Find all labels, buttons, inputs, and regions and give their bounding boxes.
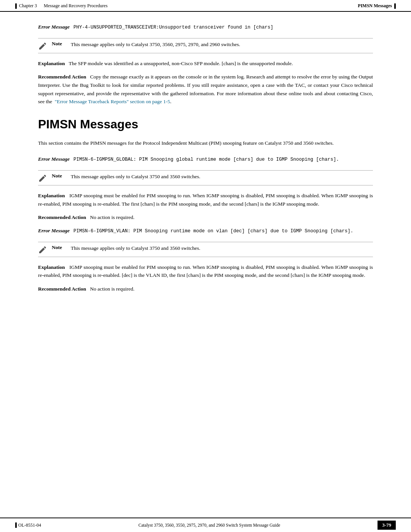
recommended-block-1: Recommended Action Copy the message exac…	[38, 73, 373, 105]
note-label-1: Note	[52, 41, 68, 47]
recommended-label-2: Recommended Action	[38, 214, 86, 220]
note-container-3: Note This message applies only to Cataly…	[38, 242, 373, 257]
recommended-text-2: No action is required.	[90, 214, 134, 220]
explanation-block-3: Explanation IGMP snooping must be enable…	[38, 263, 373, 280]
header-left-bar	[15, 3, 17, 9]
note-icon-2	[38, 173, 52, 183]
footer-center-text: Catalyst 3750, 3560, 3550, 2975, 2970, a…	[139, 523, 280, 527]
recommended-text-3: No action is required.	[90, 286, 134, 292]
footer-page-number: 3-79	[378, 521, 396, 530]
pimsn-global-error-code: PIMSN-6-IGMPSN_GLOBAL: PIM Snooping glob…	[73, 157, 339, 162]
error-message-label-3: Error Message	[38, 228, 70, 233]
footer-bar	[15, 522, 17, 528]
footer-left: OL-8551-04	[15, 522, 41, 528]
recommended-block-2: Recommended Action No action is required…	[38, 213, 373, 222]
section-heading: PIMSN Messages	[38, 117, 373, 131]
explanation-block-2: Explanation IGMP snooping must be enable…	[38, 192, 373, 208]
explanation-text-2: IGMP snooping must be enabled for PIM sn…	[38, 193, 373, 207]
note-text-2: This message applies only to Catalyst 37…	[71, 173, 200, 181]
note-label-3: Note	[52, 244, 68, 251]
explanation-label-2: Explanation	[38, 193, 65, 198]
recommended-block-3: Recommended Action No action is required…	[38, 285, 373, 293]
note-text-3: This message applies only to Catalyst 37…	[71, 244, 200, 252]
explanation-label-1: Explanation	[38, 61, 65, 66]
recommended-label-1: Recommended Action	[38, 74, 86, 80]
pimsn-vlan-error-block: Error Message PIMSN-6-IGMPSN_VLAN: PIM S…	[38, 227, 373, 235]
explanation-block-1: Explanation The SFP module was identifie…	[38, 59, 373, 68]
page-header: Chapter 3 Message and Recovery Procedure…	[0, 0, 411, 12]
footer-doc-id: OL-8551-04	[18, 522, 41, 528]
explanation-label-3: Explanation	[38, 264, 65, 270]
pimsn-global-error-block: Error Message PIMSN-6-IGMPSN_GLOBAL: PIM…	[38, 155, 373, 163]
header-left: Chapter 3 Message and Recovery Procedure…	[15, 3, 108, 9]
phy-error-block: Error Message PHY-4-UNSUPPORTED_TRANSCEI…	[38, 23, 373, 31]
pencil-icon-2	[38, 174, 47, 183]
header-right-bar	[394, 3, 396, 9]
error-message-label-1: Error Message	[38, 24, 70, 30]
header-right-title: PIMSN Messages	[358, 3, 392, 9]
footer-center: Catalyst 3750, 3560, 3550, 2975, 2970, a…	[41, 523, 378, 527]
note-text-1: This message applies only to Catalyst 37…	[71, 41, 240, 48]
pencil-icon-1	[38, 42, 47, 51]
note-container-2: Note This message applies only to Cataly…	[38, 170, 373, 185]
page-footer: OL-8551-04 Catalyst 3750, 3560, 3550, 29…	[0, 518, 411, 532]
header-chapter-title: Message and Recovery Procedures	[44, 3, 108, 9]
header-right: PIMSN Messages	[358, 3, 396, 9]
note-label-2: Note	[52, 173, 68, 179]
explanation-text-3: IGMP snooping must be enabled for PIM sn…	[38, 264, 373, 278]
phy-error-code: PHY-4-UNSUPPORTED_TRANSCEIVER:Unsupporte…	[73, 25, 273, 30]
pimsn-vlan-error-code: PIMSN-6-IGMPSN_VLAN: PIM Snooping runtim…	[73, 228, 353, 234]
pencil-icon-3	[38, 245, 47, 254]
note-icon-1	[38, 41, 52, 51]
note-container-1: Note This message applies only to Cataly…	[38, 38, 373, 53]
note-icon-3	[38, 244, 52, 254]
header-chapter-label: Chapter 3	[19, 3, 37, 9]
intro-text: This section contains the PIMSN messages…	[38, 139, 373, 147]
error-message-label-2: Error Message	[38, 156, 70, 162]
explanation-text-1: The SFP module was identified as a unsup…	[68, 61, 293, 66]
main-content: Error Message PHY-4-UNSUPPORTED_TRANSCEI…	[0, 12, 411, 321]
recommended-label-3: Recommended Action	[38, 286, 86, 292]
traceback-link[interactable]: "Error Message Traceback Reports" sectio…	[55, 99, 170, 104]
